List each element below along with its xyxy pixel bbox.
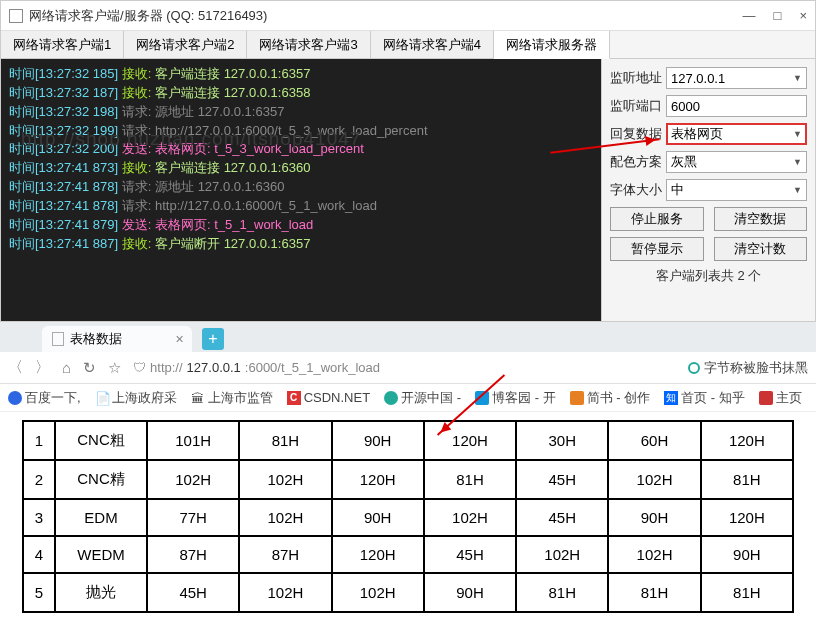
label-font-size: 字体大小 — [610, 181, 666, 199]
table-cell: 102H — [332, 573, 424, 612]
stop-service-button[interactable]: 停止服务 — [610, 207, 704, 231]
bookmarks-bar: 百度一下, 📄上海政府采 🏛上海市监管 CCSDN.NET 开源中国 - 博客园… — [0, 384, 816, 412]
page-icon: 🏛 — [191, 391, 205, 405]
table-cell: 77H — [147, 499, 239, 536]
listen-port-input[interactable]: 6000 — [666, 95, 807, 117]
table-cell: 45H — [147, 573, 239, 612]
table-cell: 抛光 — [55, 573, 147, 612]
bookmark-item[interactable]: 简书 - 创作 — [570, 389, 651, 407]
page-icon: 📄 — [95, 391, 109, 405]
bookmark-item[interactable]: CCSDN.NET — [287, 390, 370, 405]
csdn-icon: C — [287, 391, 301, 405]
table-cell: 3 — [23, 499, 55, 536]
new-tab-button[interactable]: + — [202, 328, 224, 350]
table-cell: 102H — [424, 499, 516, 536]
label-listen-port: 监听端口 — [610, 97, 666, 115]
table-cell: 81H — [424, 460, 516, 499]
table-cell: 90H — [332, 421, 424, 460]
table-cell: 90H — [332, 499, 424, 536]
tab-client3[interactable]: 网络请求客户端3 — [247, 31, 370, 58]
close-tab-icon[interactable]: ✕ — [175, 333, 184, 346]
client-count-info: 客户端列表共 2 个 — [610, 267, 807, 285]
table-row: 3EDM77H102H90H102H45H90H120H — [23, 499, 793, 536]
table-cell: 87H — [239, 536, 331, 573]
baidu-icon — [8, 391, 22, 405]
label-color-scheme: 配色方案 — [610, 153, 666, 171]
table-cell: 90H — [424, 573, 516, 612]
clear-data-button[interactable]: 清空数据 — [714, 207, 808, 231]
clear-count-button[interactable]: 清空计数 — [714, 237, 808, 261]
data-table: 1CNC粗101H81H90H120H30H60H120H2CNC精102H10… — [22, 420, 794, 613]
reply-data-select[interactable]: 表格网页▼ — [666, 123, 807, 145]
chevron-down-icon: ▼ — [793, 129, 802, 139]
reload-button[interactable]: ↻ — [83, 359, 96, 377]
table-cell: 60H — [608, 421, 700, 460]
chevron-down-icon: ▼ — [793, 73, 802, 83]
table-cell: 102H — [608, 536, 700, 573]
console-log: http://shop.huzhan.com/itshop41047 时间[13… — [1, 59, 601, 321]
table-cell: 81H — [701, 573, 793, 612]
document-icon — [52, 332, 64, 346]
table-cell: 120H — [332, 460, 424, 499]
tab-server[interactable]: 网络请求服务器 — [494, 31, 610, 59]
tab-client4[interactable]: 网络请求客户端4 — [371, 31, 494, 58]
circle-icon — [688, 362, 700, 374]
browser-tab-title: 表格数据 — [70, 330, 122, 348]
chevron-down-icon: ▼ — [793, 157, 802, 167]
app-tabs: 网络请求客户端1 网络请求客户端2 网络请求客户端3 网络请求客户端4 网络请求… — [1, 31, 815, 59]
table-cell: 120H — [332, 536, 424, 573]
table-cell: 102H — [516, 536, 608, 573]
back-button[interactable]: 〈 — [8, 358, 23, 377]
table-cell: 102H — [239, 573, 331, 612]
bookmark-item[interactable]: 📄上海政府采 — [95, 389, 177, 407]
table-cell: 90H — [608, 499, 700, 536]
table-cell: CNC粗 — [55, 421, 147, 460]
table-cell: 45H — [516, 460, 608, 499]
home-button[interactable]: ⌂ — [62, 359, 71, 376]
font-size-select[interactable]: 中▼ — [666, 179, 807, 201]
search-suggestion[interactable]: 字节称被脸书抹黑 — [688, 359, 808, 377]
oschina-icon — [384, 391, 398, 405]
forward-button[interactable]: 〉 — [35, 358, 50, 377]
table-cell: 102H — [239, 499, 331, 536]
bookmark-item[interactable]: 主页 — [759, 389, 802, 407]
address-bar[interactable]: 🛡 http://127.0.0.1:6000/t_5_1_work_load — [133, 360, 676, 375]
chevron-down-icon: ▼ — [793, 185, 802, 195]
table-cell: 102H — [147, 460, 239, 499]
table-cell: 2 — [23, 460, 55, 499]
table-cell: 81H — [608, 573, 700, 612]
table-row: 2CNC精102H102H120H81H45H102H81H — [23, 460, 793, 499]
table-cell: 4 — [23, 536, 55, 573]
table-row: 1CNC粗101H81H90H120H30H60H120H — [23, 421, 793, 460]
pause-display-button[interactable]: 暂停显示 — [610, 237, 704, 261]
color-scheme-select[interactable]: 灰黑▼ — [666, 151, 807, 173]
bookmark-item[interactable]: 🏛上海市监管 — [191, 389, 273, 407]
jianshu-icon — [570, 391, 584, 405]
tab-client2[interactable]: 网络请求客户端2 — [124, 31, 247, 58]
lock-icon: 🛡 — [133, 360, 146, 375]
table-row: 4WEDM87H87H120H45H102H102H90H — [23, 536, 793, 573]
bookmark-item[interactable]: 开源中国 - — [384, 389, 461, 407]
settings-panel: 监听地址127.0.0.1▼ 监听端口6000 回复数据表格网页▼ 配色方案灰黑… — [601, 59, 815, 321]
table-cell: EDM — [55, 499, 147, 536]
bookmark-item[interactable]: 知首页 - 知乎 — [664, 389, 745, 407]
close-button[interactable]: × — [799, 8, 807, 23]
star-icon[interactable]: ☆ — [108, 359, 121, 377]
zhihu-icon: 知 — [664, 391, 678, 405]
table-cell: 1 — [23, 421, 55, 460]
table-cell: 87H — [147, 536, 239, 573]
bookmark-item[interactable]: 百度一下, — [8, 389, 81, 407]
tab-client1[interactable]: 网络请求客户端1 — [1, 31, 124, 58]
table-cell: 102H — [239, 460, 331, 499]
label-listen-addr: 监听地址 — [610, 69, 666, 87]
maximize-button[interactable]: □ — [774, 8, 782, 23]
minimize-button[interactable]: — — [743, 8, 756, 23]
table-cell: CNC精 — [55, 460, 147, 499]
window-title: 网络请求客户端/服务器 (QQ: 517216493) — [29, 7, 743, 25]
table-cell: 81H — [239, 421, 331, 460]
app-icon — [9, 9, 23, 23]
listen-addr-select[interactable]: 127.0.0.1▼ — [666, 67, 807, 89]
table-cell: 81H — [701, 460, 793, 499]
browser-tab[interactable]: 表格数据 ✕ — [42, 326, 192, 352]
table-cell: 81H — [516, 573, 608, 612]
